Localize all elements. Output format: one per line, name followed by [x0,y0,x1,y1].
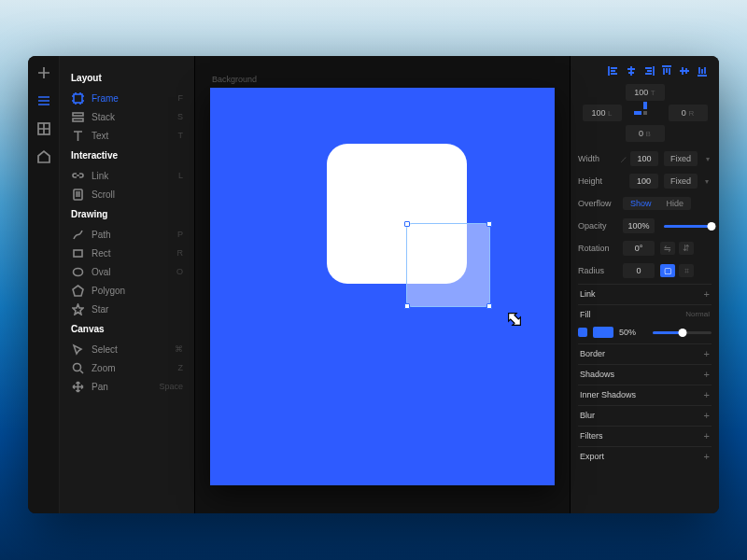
tool-star[interactable]: Star [67,300,187,318]
fill-color-swatch[interactable] [593,327,613,338]
align-left-icon[interactable] [608,65,619,77]
tool-label: Rect [92,248,111,259]
radius-row: Radius 0 ▢ ⌗ [578,261,712,280]
tool-label: Oval [92,267,111,277]
fill-section[interactable]: FillNormal [578,304,712,323]
radius-individual-icon[interactable]: ⌗ [679,264,694,277]
tool-label: Text [92,131,108,141]
svg-point-9 [73,363,80,371]
width-input[interactable]: 100 [630,151,658,166]
fill-opacity-slider[interactable] [653,331,712,334]
plus-icon[interactable]: + [704,369,710,380]
sidebar-group-title: Drawing [71,209,187,219]
link-icon [71,169,84,182]
pos-bottom-input[interactable]: 0 B [626,125,665,142]
inspector-panel: 100 T 100 L 0 R 0 B Width ⟋ 100 Fixed ▾ … [570,56,719,513]
tool-polygon[interactable]: Polygon [67,281,187,300]
height-input[interactable]: 100 [629,174,658,189]
tool-label: Link [92,171,108,181]
flip-v-icon[interactable]: ⇵ [679,242,694,255]
rotation-row: Rotation 0° ⇋ ⇵ [578,239,712,258]
tool-rect[interactable]: RectR [67,244,187,262]
width-mode-select[interactable]: Fixed [664,151,698,166]
tool-shortcut: T [178,131,184,140]
fill-enabled-checkbox[interactable] [578,328,587,337]
align-center-v-icon[interactable] [679,65,690,77]
height-mode-select[interactable]: Fixed [664,174,698,189]
tool-shortcut: R [177,248,184,258]
link-dims-icon[interactable]: ⟋ [619,154,625,164]
tool-label: Star [92,304,108,315]
align-right-icon[interactable] [643,65,655,77]
plus-icon[interactable]: + [704,430,710,441]
scroll-icon [71,188,84,201]
section-export[interactable]: Export+ [578,446,712,465]
rotation-input[interactable]: 0° [623,241,655,256]
constraints-widget[interactable] [634,102,656,124]
add-icon[interactable] [36,65,51,80]
stack-icon [71,110,84,123]
plus-icon[interactable]: + [704,451,710,462]
svg-rect-1 [74,94,82,103]
resize-handle-nw[interactable] [404,221,410,227]
tool-text[interactable]: TextT [67,126,187,145]
canvas[interactable] [210,88,555,485]
section-border[interactable]: Border+ [578,343,712,362]
resize-handle-ne[interactable] [486,221,492,227]
tool-path[interactable]: PathP [67,225,187,244]
align-bottom-icon[interactable] [697,65,708,77]
resize-handle-sw[interactable] [404,303,410,309]
section-inner-shadows[interactable]: Inner Shadows+ [578,385,712,403]
tool-shortcut: O [176,267,183,276]
plus-icon[interactable]: + [704,348,710,359]
tool-link[interactable]: LinkL [67,166,187,185]
section-filters[interactable]: Filters+ [578,426,712,444]
overflow-toggle[interactable]: Show Hide [623,197,691,210]
opacity-row: Opacity 100% [578,217,712,235]
tool-label: Polygon [92,286,125,296]
resize-handle-se[interactable] [486,303,492,309]
tool-zoom[interactable]: ZoomZ [67,358,187,377]
link-section[interactable]: Link+ [578,284,712,302]
tool-oval[interactable]: OvalO [67,262,187,281]
flip-h-icon[interactable]: ⇋ [660,242,675,255]
pos-right-input[interactable]: 0 R [669,105,708,121]
align-top-icon[interactable] [661,65,672,77]
tool-shortcut: L [178,171,183,180]
tool-shortcut: ⌘ [175,344,183,354]
section-shadows[interactable]: Shadows+ [578,364,712,383]
section-blur[interactable]: Blur+ [578,405,712,424]
select-icon [71,343,84,356]
selected-shape[interactable] [406,223,490,307]
tools-sidebar: LayoutFrameFStackSTextTInteractiveLinkLS… [60,56,195,513]
grid-icon[interactable] [36,121,51,136]
radius-input[interactable]: 0 [623,263,655,278]
home-icon[interactable] [36,149,51,164]
tool-select[interactable]: Select⌘ [67,340,187,358]
tool-scroll[interactable]: Scroll [67,185,187,203]
frame-icon [71,91,84,105]
opacity-input[interactable]: 100% [623,218,655,233]
opacity-slider[interactable] [664,225,712,228]
oval-icon [71,265,84,278]
menu-icon[interactable] [36,93,51,108]
fill-opacity[interactable]: 50% [619,328,643,337]
plus-icon[interactable]: + [704,410,710,421]
overflow-row: Overflow Show Hide [578,194,712,213]
pos-left-input[interactable]: 100 L [583,105,622,121]
plus-icon[interactable]: + [704,389,710,400]
canvas-area: Background [195,56,570,513]
position-grid: 100 T 100 L 0 R 0 B [578,84,712,142]
canvas-label: Background [210,75,555,84]
tool-shortcut: Z [178,363,184,372]
radius-all-icon[interactable]: ▢ [660,264,675,277]
rect-icon [71,246,84,259]
align-center-h-icon[interactable] [626,65,637,77]
pos-top-input[interactable]: 100 T [626,84,665,101]
tool-pan[interactable]: PanSpace [67,377,187,396]
tool-shortcut: P [177,230,183,239]
tool-label: Pan [92,382,108,392]
tool-frame[interactable]: FrameF [67,89,187,107]
plus-icon[interactable]: + [704,288,710,300]
tool-stack[interactable]: StackS [67,107,187,126]
